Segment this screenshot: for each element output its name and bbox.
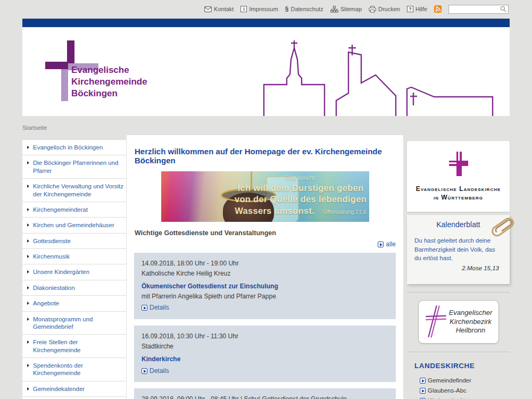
- banner-line-2: von der Quelle des lebendigen: [235, 194, 367, 205]
- landeskirche-link[interactable]: Gemeindefinder: [420, 377, 510, 384]
- landeskirche-links: Gemeindefinder Glaubens-Abc Kircheneintr…: [407, 377, 510, 399]
- rss-icon: [434, 5, 442, 13]
- banner-line-3: Wassers umsonst.: [235, 205, 314, 217]
- divider: [407, 292, 510, 293]
- kirchenbezirk-logo-text: Evangelischer Kirchenbezirk Heilbronn: [446, 309, 495, 336]
- page-title: Herzlich willkommen auf der Homepage der…: [135, 147, 395, 165]
- kontakt-label: Kontakt: [214, 6, 234, 12]
- play-icon: [378, 242, 384, 247]
- event-location: Stadtkirche: [142, 342, 388, 352]
- search-input[interactable]: [451, 6, 498, 12]
- sidebar-item[interactable]: Freie Stellen der Kirchengemeinde: [22, 334, 126, 358]
- sidebar-item[interactable]: Gemeindekalender: [22, 381, 126, 396]
- sidebar-item[interactable]: Spendenkonto der Kirchengemeinde: [22, 358, 126, 381]
- wuerttemberg-cross-icon: [448, 152, 469, 176]
- help-icon: ?: [407, 6, 413, 12]
- printer-icon: [369, 6, 376, 13]
- banner-source: Offenbarung 21,6: [323, 209, 367, 215]
- play-icon: [420, 388, 426, 394]
- impressum-label: Impressum: [249, 6, 278, 12]
- site-header: Evangelische Kirchengemeinde Böckingen: [22, 27, 510, 116]
- logo-line-1: Evangelische: [71, 64, 147, 76]
- event-title-link[interactable]: Ökumenischer Gottesdienst zur Einschulun…: [142, 281, 388, 292]
- logo-line-3: Böckingen: [71, 88, 147, 99]
- kalenderblatt-widget[interactable]: Kalenderblatt Du hast geleitet durch dei…: [407, 215, 510, 284]
- kirchenbezirk-heilbronn-logo[interactable]: Evangelischer Kirchenbezirk Heilbronn: [418, 300, 499, 344]
- envelope-icon: [204, 6, 212, 12]
- drucken-link[interactable]: Drucken: [369, 6, 400, 13]
- datenschutz-label: Datenschutz: [291, 6, 323, 12]
- site-logo-title[interactable]: Evangelische Kirchengemeinde Böckingen: [71, 64, 147, 99]
- event-card: 28.09.2018, 08:00 Uhr - 08:45 Uhr | Schu…: [134, 388, 396, 399]
- all-events-link[interactable]: alle: [378, 240, 396, 248]
- logo-line-2: Kirchengemeinde: [71, 76, 147, 88]
- sidebar-item[interactable]: Angebote: [22, 295, 126, 311]
- sitemap-link[interactable]: Sitemap: [330, 6, 362, 13]
- kalenderblatt-source: 2.Mose 15,13: [414, 265, 502, 271]
- play-icon: [420, 378, 426, 384]
- wuerttemberg-logo-text: Evangelische Landeskirche in Württemberg: [407, 185, 510, 202]
- events-heading: Wichtige Gottesdienste und Veranstaltung…: [135, 229, 395, 237]
- event-location: Katholische Kirche Heilig Kreuz: [142, 269, 388, 279]
- page: { "topbar": { "links": [ { "label": "Kon…: [0, 0, 532, 399]
- kalenderblatt-verse: Du hast geleitet durch deine Barmherzigk…: [414, 236, 502, 263]
- landeskirche-heading: LANDESKIRCHE: [414, 362, 510, 370]
- scripture-banner-image: Gott spricht: Ich will dem Durstigen geb…: [161, 171, 369, 222]
- event-details-link[interactable]: Details: [142, 367, 169, 375]
- sitemap-icon: [330, 6, 338, 13]
- landeskirche-wuerttemberg-logo[interactable]: Evangelische Landeskirche in Württemberg: [407, 141, 510, 212]
- hilfe-label: Hilfe: [415, 6, 427, 12]
- search-icon[interactable]: [500, 6, 506, 12]
- sidebar-nav: Evangelisch in Böckingen Die Böckinger P…: [22, 139, 126, 399]
- paragraph-icon: §: [285, 6, 289, 12]
- breadcrumb: Startseite: [22, 124, 47, 131]
- info-icon: i: [240, 6, 247, 12]
- sidebar-item[interactable]: Gottesdienste: [22, 233, 126, 248]
- banner-line-1: Ich will dem Durstigen geben: [235, 182, 367, 194]
- main-content: Herzlich willkommen auf der Homepage der…: [127, 135, 403, 399]
- accent-bar: [22, 19, 510, 27]
- event-card: 14.09.2018, 18:00 Uhr - 19:00 Uhr Kathol…: [134, 253, 396, 319]
- sidebar-item[interactable]: Kirchliche Verwaltung und Vorsitz der Ki…: [22, 178, 126, 202]
- rss-button[interactable]: [434, 5, 442, 13]
- event-details-link[interactable]: Details: [142, 304, 169, 311]
- sitemap-label: Sitemap: [340, 6, 362, 12]
- event-description: mit Pfarrerin Angelika Spieth und Pfarre…: [142, 292, 388, 302]
- sidebar-item[interactable]: Die Böckinger Pfarrerinnen und Pfarrer: [22, 155, 126, 178]
- sidebar-item[interactable]: Unsere Kindergärten: [22, 264, 126, 279]
- impressum-link[interactable]: i Impressum: [240, 6, 278, 12]
- paperclip-icon: [487, 216, 521, 239]
- landeskirche-link[interactable]: Glaubens-Abc: [420, 387, 510, 394]
- kirchenbezirk-cross-icon: [423, 304, 446, 340]
- hilfe-link[interactable]: ? Hilfe: [407, 6, 427, 12]
- divider: [407, 352, 510, 352]
- sidebar-item[interactable]: Monatsprogramm und Gemeindebrief: [22, 311, 126, 335]
- sidebar-item[interactable]: Kirchenmusik: [22, 248, 126, 264]
- kontakt-link[interactable]: Kontakt: [204, 6, 234, 12]
- sidebar-item[interactable]: Kirchen und Gemeindehäuser: [22, 217, 126, 232]
- banner-intro: Gott spricht:: [235, 174, 367, 181]
- sidebar-item[interactable]: Evangelisch in Böckingen: [22, 139, 126, 155]
- sidebar-item[interactable]: Kirchengemeinderat: [22, 202, 126, 217]
- event-date: 14.09.2018, 18:00 Uhr - 19:00 Uhr: [142, 259, 388, 269]
- play-icon: [142, 368, 147, 374]
- drucken-label: Drucken: [378, 6, 400, 12]
- church-skyline-graphic: [256, 37, 501, 116]
- utility-bar: Kontakt i Impressum § Datenschutz Sitema…: [0, 0, 532, 18]
- event-card: 16.09.2018, 10:30 Uhr - 11:30 Uhr Stadtk…: [134, 326, 396, 382]
- sidebar-item[interactable]: Veranstaltungen: [22, 396, 126, 399]
- right-sidebar: Evangelische Landeskirche in Württemberg…: [407, 136, 510, 399]
- banner-scripture-text: Gott spricht: Ich will dem Durstigen geb…: [235, 174, 367, 217]
- all-events-row: alle: [134, 239, 396, 248]
- datenschutz-link[interactable]: § Datenschutz: [285, 6, 323, 12]
- event-date: 16.09.2018, 10:30 Uhr - 11:30 Uhr: [142, 331, 388, 342]
- play-icon: [142, 305, 147, 311]
- search-box: [448, 5, 509, 14]
- event-date: 28.09.2018, 08:00 Uhr - 08:45 Uhr | Schu…: [142, 394, 388, 399]
- sidebar-item[interactable]: Diakoniestation: [22, 280, 126, 295]
- event-title-link[interactable]: Kinderkirche: [142, 354, 388, 364]
